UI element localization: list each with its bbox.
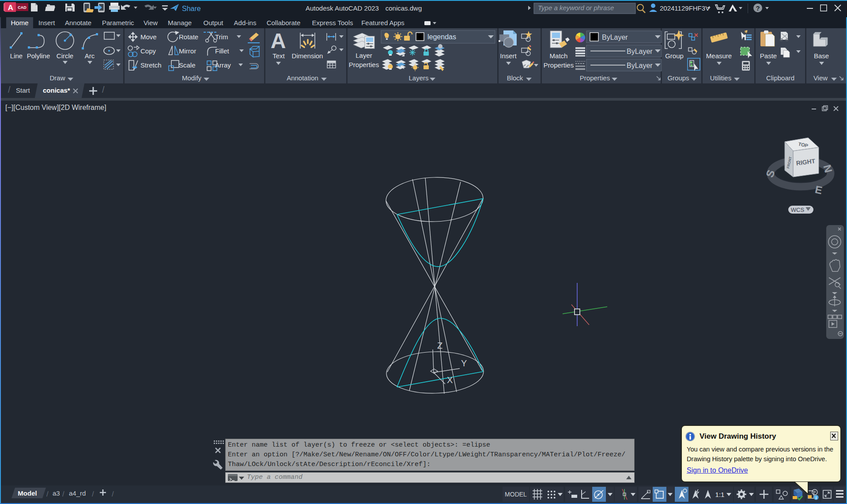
svg-text:Mirror: Mirror bbox=[179, 47, 196, 55]
svg-text:/: / bbox=[92, 490, 94, 498]
svg-text:Measure: Measure bbox=[706, 52, 732, 60]
svg-text:i: i bbox=[816, 496, 817, 500]
svg-text:Properties: Properties bbox=[349, 61, 379, 68]
svg-text:Stretch: Stretch bbox=[140, 61, 162, 69]
svg-text:a4_rd: a4_rd bbox=[69, 489, 86, 497]
svg-text:MODEL: MODEL bbox=[505, 491, 527, 498]
svg-text:Clipboard: Clipboard bbox=[766, 74, 794, 82]
svg-text:Utilities: Utilities bbox=[710, 74, 731, 82]
svg-text:/: / bbox=[62, 490, 64, 498]
svg-text:Layers: Layers bbox=[408, 74, 428, 82]
svg-text:Paste: Paste bbox=[760, 52, 777, 60]
svg-text:Groups: Groups bbox=[667, 74, 689, 82]
svg-text:20241129FHF3V: 20241129FHF3V bbox=[660, 4, 710, 12]
svg-text:Annotation: Annotation bbox=[287, 74, 318, 82]
svg-text:WCS: WCS bbox=[791, 207, 805, 213]
svg-text:Model: Model bbox=[18, 489, 37, 497]
svg-text:CAD: CAD bbox=[18, 5, 26, 10]
svg-text:Share: Share bbox=[182, 5, 201, 12]
svg-text:Draw: Draw bbox=[49, 74, 65, 82]
svg-text:/: / bbox=[46, 490, 49, 498]
svg-text:Z: Z bbox=[437, 341, 442, 350]
svg-text:View: View bbox=[813, 74, 828, 82]
svg-text:Fillet: Fillet bbox=[215, 47, 230, 55]
svg-text:1:1: 1:1 bbox=[715, 491, 725, 498]
svg-text:?: ? bbox=[756, 4, 760, 12]
svg-text:Match: Match bbox=[550, 52, 568, 60]
svg-text:Arc: Arc bbox=[85, 52, 95, 60]
svg-text:a3: a3 bbox=[53, 489, 60, 497]
svg-text:Line: Line bbox=[10, 52, 23, 60]
svg-text:Layer: Layer bbox=[355, 52, 372, 59]
svg-text:ByLayer: ByLayer bbox=[602, 34, 628, 41]
svg-text:Rotate: Rotate bbox=[179, 33, 198, 41]
svg-text:Block: Block bbox=[507, 74, 523, 82]
svg-text:Y: Y bbox=[461, 358, 467, 368]
svg-text:ByLayer: ByLayer bbox=[627, 62, 653, 69]
svg-text:conicas.dwg: conicas.dwg bbox=[386, 4, 422, 12]
svg-text:Scale: Scale bbox=[179, 61, 196, 69]
svg-text:Copy: Copy bbox=[140, 47, 156, 55]
svg-text:Group: Group bbox=[665, 52, 684, 60]
svg-text:A: A bbox=[8, 4, 13, 12]
svg-text:Modify: Modify bbox=[182, 74, 202, 82]
svg-text:Autodesk AutoCAD 2023: Autodesk AutoCAD 2023 bbox=[306, 4, 379, 12]
svg-text:Text: Text bbox=[272, 52, 285, 60]
svg-text:legendas: legendas bbox=[427, 33, 456, 41]
svg-text:Insert: Insert bbox=[500, 52, 517, 60]
svg-text:ByLayer: ByLayer bbox=[627, 48, 653, 55]
svg-text:Properties: Properties bbox=[580, 74, 610, 82]
svg-text:Dimension: Dimension bbox=[292, 52, 323, 60]
svg-text:Trim: Trim bbox=[215, 33, 228, 41]
svg-text:Type a keyword or phrase: Type a keyword or phrase bbox=[538, 4, 614, 11]
svg-text:X: X bbox=[447, 375, 453, 385]
svg-text:Base: Base bbox=[814, 52, 829, 60]
svg-text:Polyline: Polyline bbox=[27, 52, 50, 60]
svg-text:/: / bbox=[112, 490, 114, 498]
svg-text:Circle: Circle bbox=[57, 52, 73, 60]
svg-text:Array: Array bbox=[215, 61, 231, 69]
svg-text:A: A bbox=[271, 29, 286, 53]
svg-text:Properties: Properties bbox=[544, 61, 574, 69]
svg-text:Move: Move bbox=[140, 33, 157, 41]
